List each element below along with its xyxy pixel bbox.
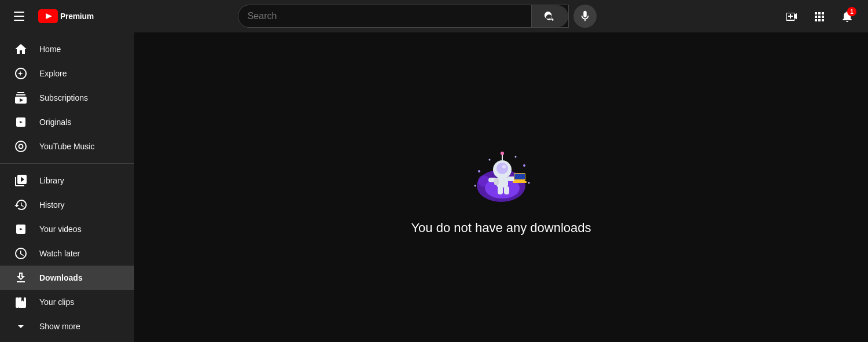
sidebar-label-library: Library xyxy=(39,176,64,185)
search-input-wrap xyxy=(238,5,569,28)
menu-button[interactable] xyxy=(9,7,29,25)
svg-point-21 xyxy=(474,185,476,186)
sidebar-label-history: History xyxy=(39,200,65,209)
chevron-down-icon xyxy=(14,319,28,333)
search-button[interactable] xyxy=(531,5,568,27)
originals-icon xyxy=(14,115,28,129)
videos-icon xyxy=(14,222,28,236)
sidebar-item-library[interactable]: Library xyxy=(0,168,134,193)
explore-icon xyxy=(14,67,28,80)
svg-point-9 xyxy=(502,165,506,168)
premium-label: Premium xyxy=(60,12,94,21)
notifications-button[interactable]: 1 xyxy=(836,5,859,28)
mic-button[interactable] xyxy=(573,5,597,28)
svg-rect-14 xyxy=(514,174,525,179)
sidebar-item-youtube-music[interactable]: YouTube Music xyxy=(0,134,134,159)
header-right: 1 xyxy=(780,5,859,28)
svg-rect-16 xyxy=(498,186,503,194)
sidebar-label-home: Home xyxy=(39,45,61,54)
sidebar-label-explore: Explore xyxy=(39,69,67,78)
sidebar-label-downloads: Downloads xyxy=(39,273,83,282)
notification-count: 1 xyxy=(847,7,856,16)
sidebar-item-home[interactable]: Home xyxy=(0,37,134,61)
logo-area[interactable]: Premium xyxy=(38,9,94,23)
music-icon xyxy=(14,139,28,153)
svg-point-20 xyxy=(523,164,525,167)
create-button[interactable] xyxy=(780,5,803,28)
sidebar-label-your-clips: Your clips xyxy=(39,297,74,307)
svg-rect-17 xyxy=(504,186,509,194)
search-input[interactable] xyxy=(238,5,531,27)
home-icon xyxy=(14,42,28,56)
sidebar-item-your-videos[interactable]: Your videos xyxy=(0,217,134,241)
sidebar-label-subscriptions: Subscriptions xyxy=(39,93,88,102)
svg-rect-15 xyxy=(513,181,527,183)
create-icon xyxy=(785,9,799,23)
sidebar-label-watch-later: Watch later xyxy=(39,249,80,258)
sidebar-item-history[interactable]: History xyxy=(0,193,134,217)
library-icon xyxy=(14,174,28,187)
sidebar: Home Explore Subscriptions Originals xyxy=(0,32,134,342)
svg-rect-18 xyxy=(494,178,499,185)
clips-icon xyxy=(14,295,28,309)
astronaut-illustration xyxy=(466,139,536,209)
sidebar-item-subscriptions[interactable]: Subscriptions xyxy=(0,86,134,110)
downloads-icon xyxy=(14,271,28,285)
svg-point-22 xyxy=(528,182,529,183)
sidebar-item-originals[interactable]: Originals xyxy=(0,110,134,134)
content-area: You do not have any downloads xyxy=(134,32,868,342)
header: Premium xyxy=(0,0,868,32)
sidebar-label-your-videos: Your videos xyxy=(39,225,82,234)
sidebar-item-show-more[interactable]: Show more xyxy=(0,314,134,339)
subscriptions-icon xyxy=(14,91,28,105)
watch-later-icon xyxy=(14,247,28,260)
youtube-logo-icon xyxy=(38,9,58,23)
sidebar-label-youtube-music: YouTube Music xyxy=(39,142,94,151)
sidebar-item-downloads[interactable]: Downloads xyxy=(0,266,134,290)
sidebar-item-your-clips[interactable]: Your clips xyxy=(0,290,134,314)
svg-point-24 xyxy=(514,156,516,157)
sidebar-divider-1 xyxy=(0,163,134,164)
svg-point-19 xyxy=(478,170,480,172)
svg-point-26 xyxy=(501,152,504,155)
svg-point-23 xyxy=(488,159,490,160)
svg-point-8 xyxy=(496,163,508,174)
sidebar-item-explore[interactable]: Explore xyxy=(0,61,134,86)
search-container xyxy=(238,5,597,28)
main: Home Explore Subscriptions Originals xyxy=(0,32,868,342)
history-icon xyxy=(14,198,28,212)
apps-button[interactable] xyxy=(808,5,831,28)
apps-icon xyxy=(812,9,826,23)
sidebar-label-originals: Originals xyxy=(39,117,71,127)
header-left: Premium xyxy=(9,7,144,25)
sidebar-item-watch-later[interactable]: Watch later xyxy=(0,241,134,266)
sidebar-label-show-more: Show more xyxy=(39,322,80,331)
search-icon xyxy=(544,10,556,22)
empty-state: You do not have any downloads xyxy=(411,139,591,236)
mic-icon xyxy=(579,10,591,23)
empty-title: You do not have any downloads xyxy=(411,220,591,236)
